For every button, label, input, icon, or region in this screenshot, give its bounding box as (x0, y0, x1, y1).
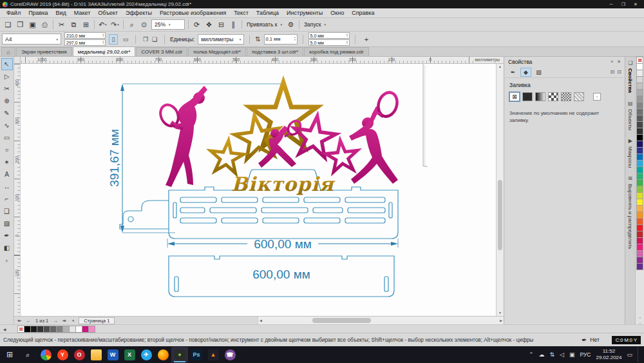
refresh-view-button[interactable]: ⟳ (191, 19, 203, 30)
horizontal-scrollbar-thumb[interactable] (312, 318, 371, 323)
fill-section-tab[interactable]: ◆ (520, 68, 531, 77)
color-swatch[interactable] (88, 326, 95, 333)
taskbar-clock[interactable]: 11:52 29.02.2024 (596, 348, 621, 361)
welcome-home-tab[interactable]: ⌂ (1, 47, 15, 56)
landscape-button[interactable]: ▭ (121, 34, 130, 44)
add-page-button[interactable]: + (70, 318, 77, 324)
ruler-origin-corner[interactable] (14, 57, 21, 64)
dock-panel-icon[interactable]: ⊟ (611, 69, 615, 75)
zoom-tool-button[interactable]: ⊙ (138, 19, 150, 30)
next-page-button[interactable]: → (52, 318, 59, 324)
start-button[interactable]: ⊞ (1, 347, 18, 362)
tab-korobka[interactable]: коробка под рюмки.cdr (304, 47, 369, 56)
docker-tab-macros[interactable]: ▶ Макросы (627, 138, 633, 168)
viber-icon[interactable]: ☎ (222, 347, 238, 362)
menu-item[interactable]: Правка (24, 10, 52, 16)
open-button[interactable]: ❒ (14, 19, 26, 30)
float-panel-icon[interactable]: ⊡ (617, 69, 621, 75)
texture-fill-button[interactable] (574, 92, 584, 101)
interactive-fill-tool[interactable]: ◧ (1, 242, 13, 254)
portrait-button[interactable]: ▯ (109, 34, 118, 44)
fountain-fill-button[interactable] (535, 92, 545, 101)
page-tab[interactable]: Страница 1 (79, 317, 115, 324)
palette-scroll-left-icon[interactable]: ◀ (1, 327, 8, 331)
chrome-icon[interactable] (37, 347, 54, 362)
close-panel-icon[interactable]: ✕ (617, 59, 621, 64)
outline-section-tab[interactable]: ✒ (507, 68, 518, 77)
pin-panel-icon[interactable]: » (611, 59, 613, 64)
menu-item[interactable]: Файл (3, 10, 24, 16)
menu-item[interactable]: Эффекты (122, 10, 156, 16)
options-button[interactable]: ⚙ (285, 19, 297, 30)
fill-color-indicator[interactable]: C:0 M:0 Y (612, 336, 641, 344)
cut-button[interactable]: ✂ (55, 19, 68, 30)
copy-button[interactable]: ⧉ (68, 19, 80, 30)
add-toolbar-button[interactable]: + (361, 34, 373, 44)
athlete-name-text[interactable]: Вікторія (231, 173, 336, 195)
horizontal-scrollbar[interactable]: ◀ ▶ (258, 317, 504, 324)
stepper-icon[interactable]: ▴▾ (102, 34, 104, 38)
taskbar-search-icon[interactable]: ⌕ (19, 347, 36, 362)
text-tool[interactable]: A (1, 168, 13, 181)
shield-icon[interactable]: ▣ (569, 351, 575, 358)
hidden-icons-chevron[interactable]: ⌃ (529, 351, 534, 358)
notification-center-icon[interactable]: ▭ (627, 351, 632, 358)
menu-item[interactable]: Текст (230, 10, 252, 16)
fullscreen-preview-button[interactable]: ❖ (203, 19, 215, 30)
last-page-button[interactable]: ↠ (61, 318, 68, 324)
new-document-button[interactable]: ❏ (2, 19, 14, 30)
pick-tool[interactable]: ↖ (1, 58, 13, 70)
medal-hanger-drawing[interactable]: 391,67 мм 600,00 мм (26, 64, 496, 316)
menu-item[interactable]: Инструменты (283, 10, 327, 16)
tennis-player-right[interactable] (349, 90, 400, 184)
coreldraw-icon[interactable]: ● (171, 347, 188, 362)
minimize-button[interactable]: ─ (605, 1, 617, 8)
tab-welcome-screen[interactable]: Экран приветствия (16, 47, 72, 56)
search-button[interactable]: ⌕ (126, 19, 138, 30)
scroll-right-icon[interactable]: ▶ (498, 317, 504, 324)
units-dropdown[interactable]: миллиметры ▾ (198, 34, 244, 44)
show-grid-button[interactable]: ⊟ (215, 19, 227, 30)
stepper-icon[interactable]: ▴▾ (346, 41, 348, 45)
close-button[interactable]: ✕ (630, 1, 641, 8)
scroll-up-icon[interactable]: ▲ (497, 64, 504, 70)
page-height-field[interactable]: 297,0 мм ▴▾ (64, 39, 106, 46)
zoom-tool[interactable]: ⊕ (1, 95, 13, 107)
firefox-icon[interactable] (155, 347, 171, 362)
paste-button[interactable]: ⊞ (80, 19, 92, 30)
vertical-ruler[interactable]: 4003002001000-100 (14, 64, 21, 316)
tab-cover[interactable]: COVER 3 MM.cdr (136, 47, 187, 56)
excel-icon[interactable]: X (121, 347, 138, 362)
duplicate-x-field[interactable]: 5,0 мм ▴▾ (308, 32, 350, 39)
language-indicator[interactable]: РУС (580, 351, 591, 358)
print-button[interactable]: ⎙ (39, 19, 51, 30)
menu-item[interactable]: Растровые изображения (156, 10, 230, 16)
menu-item[interactable]: Окно (327, 10, 348, 16)
zoom-level-combo[interactable]: 25% ▾ (151, 19, 185, 30)
menu-item[interactable]: Вид (52, 10, 70, 16)
undo-button[interactable]: ↶ (97, 19, 109, 30)
scroll-down-icon[interactable]: ▼ (497, 310, 504, 316)
save-button[interactable]: ▣ (26, 19, 39, 30)
page-width-field[interactable]: 210,0 мм ▴▾ (64, 32, 106, 39)
stepper-icon[interactable]: ▴▾ (102, 41, 104, 45)
maximize-button[interactable]: ❐ (618, 1, 629, 8)
yandex-browser-icon[interactable]: Y (54, 347, 71, 362)
wall-bracket-outline[interactable] (120, 201, 169, 229)
vertical-scrollbar[interactable]: ▲ ▼ (496, 64, 504, 316)
outline-pen-icon[interactable]: ✒ (582, 337, 587, 344)
current-page-button[interactable]: ❐ (141, 34, 150, 44)
winding-fill-button[interactable]: ▫ (593, 93, 601, 101)
redo-button[interactable]: ↷ (109, 19, 121, 30)
drawing-area[interactable]: 391,67 мм 600,00 мм (21, 64, 496, 316)
docker-tab-properties[interactable]: ❏ Свойства (627, 60, 633, 93)
show-guidelines-button[interactable]: ∥ (227, 19, 240, 30)
transparency-tool[interactable]: ▨ (1, 217, 13, 230)
tab-polka[interactable]: полка Медоцвіт.cdr* (188, 47, 246, 56)
nudge-distance-field[interactable]: 0,1 мм ▴▾ (264, 34, 298, 44)
docker-tab-objects[interactable]: ▤ Объекты (627, 101, 633, 130)
bitmap-pattern-fill-button[interactable] (561, 92, 571, 101)
photoshop-icon[interactable]: Ps (188, 347, 205, 362)
drop-shadow-tool[interactable]: ❑ (1, 205, 13, 217)
menu-item[interactable]: Справка (348, 10, 378, 16)
